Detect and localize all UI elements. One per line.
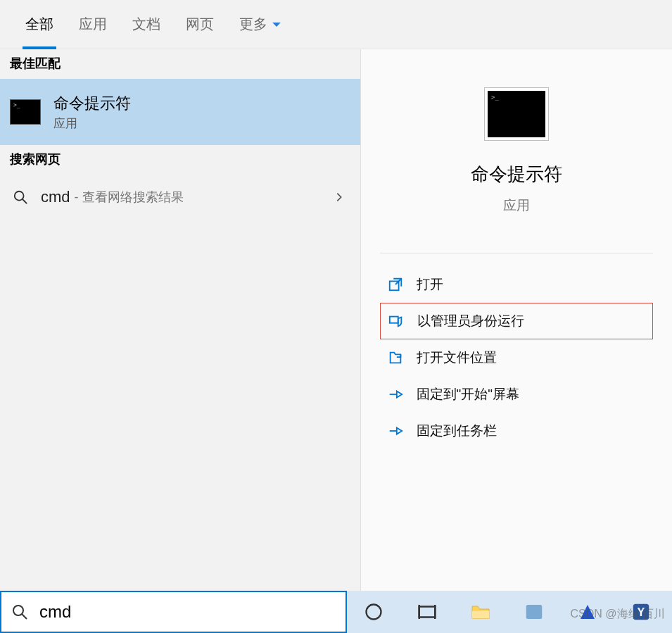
open-icon <box>387 276 404 293</box>
tab-web[interactable]: 网页 <box>173 0 227 49</box>
divider <box>380 253 654 253</box>
best-match-subtitle: 应用 <box>53 115 131 132</box>
shield-icon <box>388 313 405 330</box>
search-bar[interactable] <box>0 591 347 633</box>
circle-icon <box>364 602 383 622</box>
svg-rect-4 <box>389 317 398 323</box>
app-icon: Y <box>630 601 652 622</box>
preview-subtitle: 应用 <box>503 196 530 215</box>
best-match-title: 命令提示符 <box>53 93 131 114</box>
folder-icon <box>469 601 492 623</box>
best-match-text: 命令提示符 应用 <box>53 93 131 132</box>
taskview-icon <box>417 601 438 622</box>
svg-text:Y: Y <box>638 606 645 618</box>
taskbar-app-1[interactable] <box>521 599 547 625</box>
svg-line-10 <box>22 614 27 619</box>
tab-all[interactable]: 全部 <box>13 0 66 49</box>
section-best-match: 最佳匹配 <box>0 49 360 79</box>
tab-docs[interactable]: 文档 <box>120 0 173 49</box>
action-open-location[interactable]: 打开文件位置 <box>380 339 654 376</box>
action-label: 以管理员身份运行 <box>417 312 524 330</box>
action-pin-taskbar[interactable]: 固定到任务栏 <box>380 413 654 449</box>
tab-more[interactable]: 更多 <box>227 0 294 49</box>
tab-apps[interactable]: 应用 <box>66 0 120 49</box>
svg-point-0 <box>15 192 24 201</box>
action-pin-start[interactable]: 固定到"开始"屏幕 <box>380 376 654 413</box>
web-search-hint: - 查看网络搜索结果 <box>75 189 184 206</box>
action-label: 固定到"开始"屏幕 <box>417 385 520 403</box>
section-search-web: 搜索网页 <box>0 145 360 175</box>
taskbar-taskview[interactable] <box>414 599 440 625</box>
chevron-right-icon <box>334 192 345 203</box>
action-label: 固定到任务栏 <box>417 422 497 440</box>
search-input[interactable] <box>39 602 336 622</box>
pin-icon <box>387 422 404 439</box>
preview-actions: 打开 以管理员身份运行 打开文件位置 固定到"开始"屏幕 <box>380 266 654 449</box>
pin-icon <box>387 386 404 403</box>
web-search-query: cmd <box>41 188 70 206</box>
search-filter-tabs: 全部 应用 文档 网页 更多 <box>0 0 672 49</box>
app-icon <box>577 601 598 622</box>
action-label: 打开 <box>417 275 443 294</box>
preview-title: 命令提示符 <box>471 162 562 187</box>
results-panel: 最佳匹配 命令提示符 应用 搜索网页 cmd - 查看网络搜索结果 <box>0 49 360 591</box>
svg-line-1 <box>23 199 27 203</box>
tab-label: 应用 <box>79 15 107 34</box>
action-run-as-admin[interactable]: 以管理员身份运行 <box>380 303 654 339</box>
search-icon <box>13 189 28 205</box>
svg-marker-8 <box>396 427 401 434</box>
web-search-item[interactable]: cmd - 查看网络搜索结果 <box>0 175 360 220</box>
best-match-item[interactable]: 命令提示符 应用 <box>0 79 360 145</box>
action-label: 打开文件位置 <box>417 349 497 367</box>
taskbar-app-2[interactable] <box>575 599 600 625</box>
cmd-icon <box>10 99 41 125</box>
svg-rect-15 <box>472 611 489 619</box>
app-icon <box>524 601 545 622</box>
taskbar-cortana[interactable] <box>361 599 386 625</box>
preview-thumbnail <box>484 87 549 141</box>
svg-point-9 <box>13 606 23 615</box>
tab-label: 全部 <box>25 15 53 34</box>
taskbar-explorer[interactable] <box>468 599 493 625</box>
tab-label: 网页 <box>186 15 214 34</box>
svg-point-11 <box>367 605 381 620</box>
svg-rect-16 <box>526 605 543 619</box>
tab-label: 文档 <box>132 15 160 34</box>
svg-marker-6 <box>396 391 401 397</box>
taskbar-app-3[interactable]: Y <box>628 599 654 625</box>
folder-open-icon <box>387 349 404 366</box>
svg-rect-12 <box>419 607 436 618</box>
preview-panel: 命令提示符 应用 打开 以管理员身份运行 打开文件位置 <box>360 49 672 591</box>
tab-label: 更多 <box>239 15 267 34</box>
chevron-down-icon <box>272 20 281 30</box>
taskbar: Y <box>347 591 672 633</box>
search-icon <box>11 603 28 620</box>
action-open[interactable]: 打开 <box>380 266 654 303</box>
